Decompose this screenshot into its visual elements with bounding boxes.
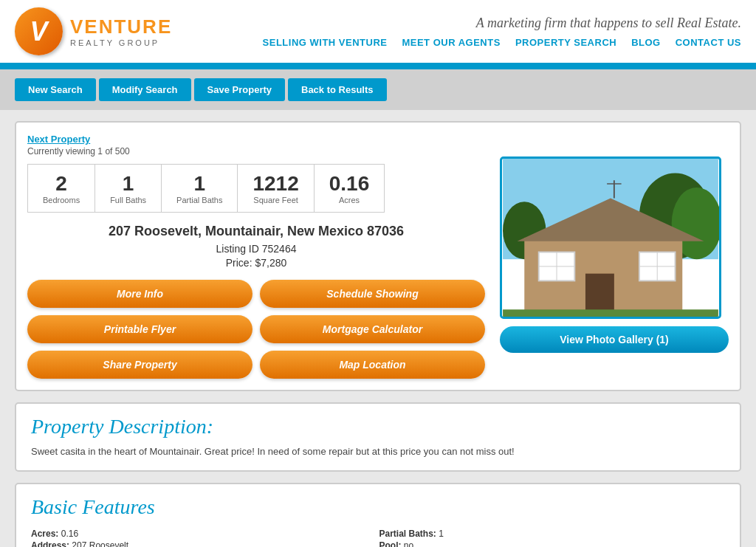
schedule-showing-button[interactable]: Schedule Showing xyxy=(260,280,485,308)
feature-acres: Acres: 0.16 xyxy=(31,528,377,540)
toolbar: New Search Modify Search Save Property B… xyxy=(0,69,756,110)
modify-search-button[interactable]: Modify Search xyxy=(99,78,191,101)
stat-acres: 0.16 Acres xyxy=(315,165,385,212)
stat-sqft-label: Square Feet xyxy=(252,196,298,204)
header: V VENTURE REALTY GROUP A marketing firm … xyxy=(0,0,756,65)
feature-pool-label: Pool: xyxy=(379,540,402,548)
property-address: 207 Roosevelt, Mountainair, New Mexico 8… xyxy=(27,224,485,239)
stats-row: 2 Bedrooms 1 Full Baths 1 Partial Baths … xyxy=(27,164,385,213)
feature-acres-value: 0.16 xyxy=(61,529,78,539)
stat-sqft: 1212 Square Feet xyxy=(238,165,314,212)
viewing-text: Currently viewing 1 of 500 xyxy=(27,146,729,156)
new-search-button[interactable]: New Search xyxy=(15,78,96,101)
property-layout: 2 Bedrooms 1 Full Baths 1 Partial Baths … xyxy=(27,156,729,379)
next-property-link[interactable]: Next Property xyxy=(27,134,90,145)
nav-property-search[interactable]: PROPERTY SEARCH xyxy=(515,37,616,48)
header-right: A marketing firm that happens to sell Re… xyxy=(263,16,741,48)
description-title: Property Description: xyxy=(31,415,725,438)
stat-full-baths-number: 1 xyxy=(110,172,146,196)
stat-bedrooms-number: 2 xyxy=(43,172,80,196)
logo-icon: V xyxy=(15,7,63,55)
view-gallery-button[interactable]: View Photo Gallery (1) xyxy=(500,326,729,353)
logo-venture: VENTURE xyxy=(70,16,172,38)
stat-partial-baths: 1 Partial Baths xyxy=(162,165,238,212)
logo-text: VENTURE REALTY GROUP xyxy=(70,16,172,47)
features-title: Basic Features xyxy=(31,495,725,519)
description-text: Sweet casita in the heart of Mountainair… xyxy=(31,444,725,459)
logo-realty: REALTY GROUP xyxy=(70,38,172,47)
property-image xyxy=(502,159,719,317)
back-results-button[interactable]: Back to Results xyxy=(288,78,387,101)
listing-id: Listing ID 752464 xyxy=(27,243,485,255)
nav-contact[interactable]: CONTACT US xyxy=(676,37,741,48)
features-grid: Acres: 0.16 Address: 207 Roosevelt Appli… xyxy=(31,528,725,548)
features-left-col: Acres: 0.16 Address: 207 Roosevelt Appli… xyxy=(31,528,377,548)
action-buttons: More Info Schedule Showing Printable Fly… xyxy=(27,280,485,379)
stat-full-baths-label: Full Baths xyxy=(110,196,146,204)
stat-bedrooms: 2 Bedrooms xyxy=(28,165,95,212)
map-location-button[interactable]: Map Location xyxy=(260,351,485,379)
property-image-container xyxy=(500,156,721,319)
nav-agents[interactable]: MEET OUR AGENTS xyxy=(402,37,500,48)
main-content: Next Property Currently viewing 1 of 500… xyxy=(0,110,756,547)
feature-address: Address: 207 Roosevelt xyxy=(31,540,377,548)
nav-selling[interactable]: SELLING WITH VENTURE xyxy=(263,37,388,48)
property-card: Next Property Currently viewing 1 of 500… xyxy=(15,121,741,391)
more-info-button[interactable]: More Info xyxy=(27,280,252,308)
description-section: Property Description: Sweet casita in th… xyxy=(15,402,741,472)
property-price: Price: $7,280 xyxy=(27,257,485,269)
stat-sqft-number: 1212 xyxy=(252,172,298,196)
share-property-button[interactable]: Share Property xyxy=(27,351,252,379)
features-section: Basic Features Acres: 0.16 Address: 207 … xyxy=(15,483,741,548)
stat-partial-baths-label: Partial Baths xyxy=(176,196,222,204)
stat-full-baths: 1 Full Baths xyxy=(95,165,162,212)
tagline: A marketing firm that happens to sell Re… xyxy=(476,16,741,31)
mortgage-calculator-button[interactable]: Mortgage Calculator xyxy=(260,315,485,343)
save-property-button[interactable]: Save Property xyxy=(194,78,285,101)
feature-pool-value: no xyxy=(404,540,413,548)
svg-rect-13 xyxy=(503,309,718,317)
stat-bedrooms-label: Bedrooms xyxy=(43,196,80,204)
feature-partial-baths-label: Partial Baths: xyxy=(379,529,436,539)
stat-acres-number: 0.16 xyxy=(329,172,370,196)
feature-pool: Pool: no xyxy=(379,540,726,548)
main-nav: SELLING WITH VENTURE MEET OUR AGENTS PRO… xyxy=(263,37,741,48)
feature-acres-label: Acres: xyxy=(31,529,58,539)
stat-partial-baths-number: 1 xyxy=(176,172,222,196)
property-image-area: View Photo Gallery (1) xyxy=(500,156,729,379)
feature-address-label: Address: xyxy=(31,540,69,548)
printable-flyer-button[interactable]: Printable Flyer xyxy=(27,315,252,343)
nav-blog[interactable]: BLOG xyxy=(631,37,661,48)
feature-partial-baths: Partial Baths: 1 xyxy=(379,528,726,540)
stat-acres-label: Acres xyxy=(329,196,370,204)
features-right-col: Partial Baths: 1 Pool: no Prop Specific … xyxy=(379,528,726,548)
logo-area: V VENTURE REALTY GROUP xyxy=(15,7,172,55)
feature-address-value: 207 Roosevelt xyxy=(72,540,128,548)
feature-partial-baths-value: 1 xyxy=(439,529,444,539)
property-info: 2 Bedrooms 1 Full Baths 1 Partial Baths … xyxy=(27,156,485,379)
